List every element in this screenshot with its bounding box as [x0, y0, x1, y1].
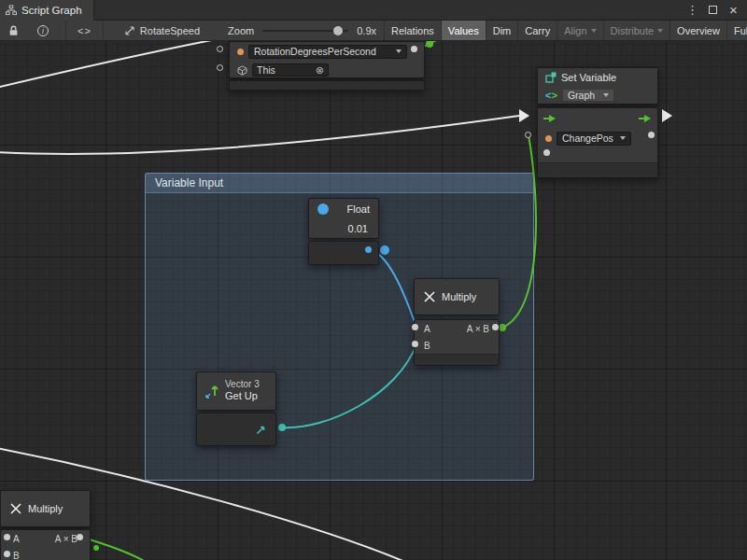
chevron-down-icon: [657, 29, 663, 33]
input-port[interactable]: [217, 46, 223, 52]
node-title: Set Variable: [561, 72, 616, 83]
port-a-label: A: [13, 534, 20, 544]
input-port-b[interactable]: [4, 551, 10, 557]
chevron-down-icon: [603, 93, 609, 97]
window-titlebar: Script Graph ⋮ ×: [0, 0, 747, 21]
remove-target-icon[interactable]: ⊗: [316, 65, 324, 76]
input-port-a[interactable]: [4, 534, 10, 540]
wire-white-topleft[interactable]: [0, 41, 226, 88]
toolbar-separator: [103, 21, 104, 41]
node-title: Get Up: [225, 390, 260, 402]
port-out-label: A × B: [467, 324, 489, 334]
float-value[interactable]: 0.01: [348, 223, 368, 234]
node-footer: [415, 354, 499, 365]
script-graph-asset-icon: [124, 25, 135, 36]
window-menu-button[interactable]: ⋮: [684, 2, 701, 19]
flow-output-arrow-icon[interactable]: [639, 114, 652, 123]
close-button[interactable]: ×: [725, 2, 742, 19]
distribute-button[interactable]: Distribute: [603, 21, 669, 41]
wire-green-bottom[interactable]: [83, 538, 146, 560]
output-port[interactable]: [411, 46, 417, 52]
window-title: Script Graph: [21, 5, 82, 16]
overview-button[interactable]: Overview: [669, 21, 726, 41]
code-icon: <>: [78, 25, 92, 36]
port-b-label: B: [424, 341, 430, 351]
port-a-label: A: [424, 324, 430, 334]
chevron-down-icon: [620, 136, 626, 140]
variable-scope: Graph: [568, 90, 595, 101]
input-port[interactable]: [543, 149, 550, 156]
output-port[interactable]: [77, 534, 83, 540]
flow-arrowhead-in: [519, 109, 529, 122]
values-button[interactable]: Values: [441, 21, 486, 41]
maximize-icon: [709, 6, 717, 14]
variable-name-dropdown[interactable]: ChangePos: [557, 132, 631, 146]
visual-scripting-icon: <>: [545, 90, 557, 101]
carry-button[interactable]: Carry: [517, 21, 557, 41]
window-controls: ⋮ ×: [684, 2, 747, 19]
align-button[interactable]: Align: [557, 21, 602, 41]
lock-icon: [8, 25, 19, 36]
node-footer: [538, 162, 657, 177]
node-float-literal[interactable]: Float 0.01: [308, 198, 379, 265]
graph-icon: [6, 5, 17, 16]
node-port-band: [229, 80, 425, 91]
node-get-variable[interactable]: RotationDegreesPerSecond This ⊗: [229, 41, 425, 91]
dim-button[interactable]: Dim: [486, 21, 518, 41]
unity-script-graph-window: { "window": { "title": "Script Graph" },…: [0, 0, 747, 560]
zoom-label: Zoom: [228, 25, 254, 36]
info-icon: i: [37, 25, 49, 36]
chevron-down-icon: [591, 29, 597, 33]
zoom-slider[interactable]: [262, 30, 348, 32]
multiply-icon: [8, 501, 23, 516]
value-output-port[interactable]: [648, 132, 655, 138]
set-variable-icon: [545, 72, 557, 83]
input-port[interactable]: [217, 64, 223, 71]
fullscreen-button[interactable]: Full Screen: [726, 21, 747, 41]
node-title: Float: [347, 203, 370, 215]
vector3-output-port-icon[interactable]: [255, 424, 267, 436]
relations-button[interactable]: Relations: [384, 21, 441, 41]
value-input-port[interactable]: [525, 132, 531, 138]
float-output-port[interactable]: [365, 246, 372, 253]
variable-name-dropdown[interactable]: RotationDegreesPerSecond: [248, 45, 407, 59]
code-toggle-button[interactable]: <>: [66, 21, 103, 41]
info-button[interactable]: i: [32, 21, 54, 41]
flow-arrowhead-out: [662, 109, 672, 122]
port-b-label: B: [13, 551, 20, 560]
lock-button[interactable]: [3, 21, 24, 41]
close-icon: ×: [729, 2, 738, 18]
variable-name: ChangePos: [562, 133, 613, 144]
node-get-up[interactable]: Vector 3 Get Up: [196, 371, 276, 446]
graph-breadcrumb[interactable]: RotateSpeed: [117, 21, 207, 41]
input-port-b[interactable]: [412, 341, 418, 347]
zoom-slider-handle[interactable]: [333, 26, 343, 35]
node-port-band: [196, 413, 276, 446]
output-port[interactable]: [492, 324, 499, 330]
node-multiply-bottom[interactable]: Multiply A A × B B: [0, 490, 91, 560]
graph-name: RotateSpeed: [140, 25, 200, 36]
wire-endpoint: [93, 545, 99, 551]
graph-canvas[interactable]: Variable Input RotationDegreesPerSecond: [0, 41, 747, 560]
group-title: Variable Input: [155, 176, 223, 189]
kebab-icon: ⋮: [686, 3, 698, 17]
tab-script-graph[interactable]: Script Graph: [0, 0, 94, 21]
wire-flow-in[interactable]: [0, 116, 519, 154]
target-object-field[interactable]: This ⊗: [252, 63, 329, 77]
variable-scope-dropdown[interactable]: Graph: [562, 89, 614, 102]
toolbar-buttons: Relations Values Dim Carry Align Distrib…: [384, 21, 747, 41]
node-port-band: [308, 241, 379, 265]
node-type-label: Vector 3: [225, 379, 260, 390]
input-port-a[interactable]: [412, 324, 418, 330]
maximize-button[interactable]: [704, 2, 722, 19]
flow-input-arrow-icon[interactable]: [543, 114, 557, 123]
vector3-up-icon: [204, 383, 220, 399]
node-set-variable[interactable]: Set Variable <> Graph: [537, 67, 658, 178]
wire-endpoint: [426, 41, 433, 48]
graph-toolbar: i <> RotateSpeed Zoom 0.9x Relations Val…: [0, 21, 747, 41]
node-multiply[interactable]: Multiply A A × B B: [414, 278, 500, 366]
multiply-icon: [422, 289, 437, 304]
group-header[interactable]: Variable Input: [146, 174, 533, 193]
port-out-label: A × B: [55, 534, 78, 544]
target-object-label: This: [257, 64, 275, 76]
